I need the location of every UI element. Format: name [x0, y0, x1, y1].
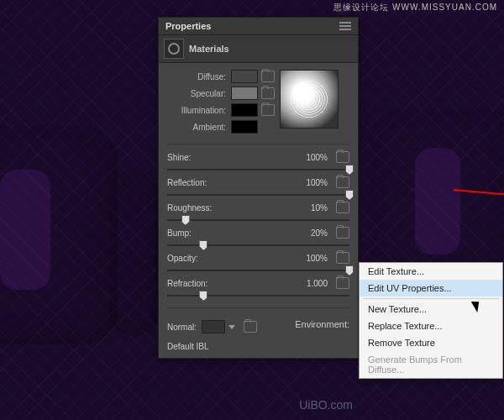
- shine-slider[interactable]: Shine:100%: [167, 151, 349, 175]
- menu-edit-texture[interactable]: Edit Texture...: [360, 263, 502, 280]
- watermark-bottom: UiBO.com: [299, 398, 353, 412]
- cursor-icon: [474, 299, 486, 314]
- bump-slider[interactable]: Bump:20%: [167, 227, 349, 250]
- menu-generate-bumps: Generate Bumps From Diffuse...: [360, 351, 502, 378]
- folder-icon[interactable]: [336, 151, 349, 163]
- environment-label: Environment:: [295, 319, 349, 329]
- folder-icon[interactable]: [336, 202, 349, 213]
- reflection-slider[interactable]: Reflection:100%: [167, 176, 349, 200]
- material-preview[interactable]: [280, 70, 339, 129]
- folder-icon[interactable]: [261, 71, 275, 82]
- diffuse-swatch[interactable]: [231, 70, 258, 83]
- panel-header[interactable]: Properties: [159, 18, 358, 35]
- folder-icon[interactable]: [336, 277, 349, 289]
- folder-icon[interactable]: [261, 87, 275, 99]
- context-menu: Edit Texture... Edit UV Properties... Ne…: [359, 262, 503, 379]
- folder-icon[interactable]: [336, 252, 349, 264]
- normal-swatch[interactable]: [202, 320, 225, 333]
- opacity-slider[interactable]: Opacity:100%: [167, 252, 349, 276]
- menu-replace-texture[interactable]: Replace Texture...: [360, 318, 502, 334]
- materials-tab-icon[interactable]: [164, 39, 184, 59]
- illumination-label: Illumination:: [167, 106, 226, 115]
- chevron-down-icon[interactable]: [228, 325, 235, 329]
- ambient-label: Ambient:: [167, 123, 226, 132]
- panel-menu-icon[interactable]: [339, 22, 351, 30]
- folder-icon[interactable]: [261, 104, 275, 116]
- default-ibl-label: Default IBL: [167, 342, 208, 351]
- illumination-swatch[interactable]: [231, 103, 258, 117]
- refraction-slider[interactable]: Refraction:1.000: [167, 277, 349, 301]
- diffuse-label: Diffuse:: [167, 72, 226, 81]
- folder-icon[interactable]: [244, 321, 257, 333]
- specular-swatch[interactable]: [231, 87, 258, 100]
- panel-tabs: Materials: [159, 35, 358, 63]
- 3d-object: [0, 126, 118, 344]
- menu-edit-uv-properties[interactable]: Edit UV Properties...: [360, 280, 502, 297]
- section-title: Materials: [189, 44, 229, 54]
- normal-label: Normal:: [167, 323, 197, 332]
- folder-icon[interactable]: [336, 176, 349, 188]
- panel-title: Properties: [165, 21, 211, 31]
- watermark-top: 思缘设计论坛 WWW.MISSYUAN.COM: [333, 2, 497, 13]
- roughness-slider[interactable]: Roughness:10%: [167, 202, 349, 225]
- specular-label: Specular:: [167, 89, 226, 98]
- properties-panel: Properties Materials Diffuse: Specular: …: [158, 17, 359, 359]
- menu-remove-texture[interactable]: Remove Texture: [360, 334, 502, 351]
- folder-icon[interactable]: [336, 227, 349, 239]
- 3d-object: [109, 168, 160, 336]
- ambient-swatch[interactable]: [231, 120, 258, 134]
